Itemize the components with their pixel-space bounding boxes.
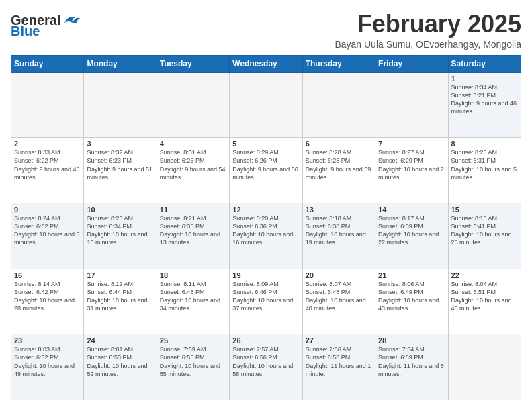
day-info: Sunrise: 8:14 AM Sunset: 6:42 PM Dayligh…	[14, 280, 81, 313]
day-number: 9	[14, 205, 81, 214]
calendar-week-5: 23Sunrise: 8:03 AM Sunset: 6:52 PM Dayli…	[11, 334, 521, 400]
day-number: 17	[87, 271, 153, 279]
calendar-day: 26Sunrise: 7:57 AM Sunset: 6:56 PM Dayli…	[230, 334, 302, 400]
day-number: 7	[378, 140, 445, 148]
logo: General Blue	[11, 13, 81, 38]
calendar-day: 19Sunrise: 8:09 AM Sunset: 6:46 PM Dayli…	[230, 269, 302, 334]
day-info: Sunrise: 8:20 AM Sunset: 6:36 PM Dayligh…	[232, 214, 299, 247]
calendar-week-3: 9Sunrise: 8:24 AM Sunset: 6:32 PM Daylig…	[11, 203, 521, 269]
day-info: Sunrise: 7:54 AM Sunset: 6:59 PM Dayligh…	[378, 345, 445, 378]
day-info: Sunrise: 8:17 AM Sunset: 6:39 PM Dayligh…	[378, 214, 445, 247]
day-info: Sunrise: 8:34 AM Sunset: 6:21 PM Dayligh…	[451, 83, 518, 116]
day-number: 25	[160, 336, 226, 345]
day-number: 1	[451, 75, 518, 83]
calendar-day: 21Sunrise: 8:06 AM Sunset: 6:49 PM Dayli…	[375, 269, 448, 334]
calendar-day	[375, 72, 448, 138]
calendar-day: 10Sunrise: 8:23 AM Sunset: 6:34 PM Dayli…	[84, 203, 157, 269]
day-number: 8	[451, 140, 518, 148]
day-number: 3	[87, 140, 153, 148]
calendar-day: 12Sunrise: 8:20 AM Sunset: 6:36 PM Dayli…	[230, 203, 302, 269]
day-number: 20	[306, 271, 372, 279]
day-info: Sunrise: 7:59 AM Sunset: 6:55 PM Dayligh…	[160, 345, 226, 378]
day-number: 27	[306, 336, 372, 345]
calendar-header-wednesday: Wednesday	[230, 55, 302, 72]
calendar-week-2: 2Sunrise: 8:33 AM Sunset: 6:22 PM Daylig…	[11, 138, 521, 203]
calendar-day: 22Sunrise: 8:04 AM Sunset: 6:51 PM Dayli…	[448, 269, 521, 334]
day-number: 5	[232, 140, 299, 148]
calendar-header-sunday: Sunday	[11, 55, 84, 72]
calendar-day	[448, 334, 521, 400]
day-info: Sunrise: 8:18 AM Sunset: 6:38 PM Dayligh…	[306, 214, 372, 247]
calendar-day	[84, 72, 157, 138]
calendar-day: 24Sunrise: 8:01 AM Sunset: 6:53 PM Dayli…	[84, 334, 157, 400]
calendar-week-1: 1Sunrise: 8:34 AM Sunset: 6:21 PM Daylig…	[11, 72, 521, 138]
calendar-header-row: SundayMondayTuesdayWednesdayThursdayFrid…	[11, 55, 521, 72]
calendar-day: 15Sunrise: 8:15 AM Sunset: 6:41 PM Dayli…	[448, 203, 521, 269]
calendar-day: 25Sunrise: 7:59 AM Sunset: 6:55 PM Dayli…	[157, 334, 229, 400]
calendar-day: 20Sunrise: 8:07 AM Sunset: 6:48 PM Dayli…	[302, 269, 375, 334]
calendar-day: 13Sunrise: 8:18 AM Sunset: 6:38 PM Dayli…	[302, 203, 375, 269]
day-info: Sunrise: 8:06 AM Sunset: 6:49 PM Dayligh…	[378, 280, 445, 313]
day-number: 16	[14, 271, 81, 279]
calendar-header-tuesday: Tuesday	[157, 55, 229, 72]
title-block: February 2025 Bayan Uula Sumu, OEvoerhan…	[335, 11, 521, 50]
day-number: 24	[87, 336, 153, 345]
day-number: 14	[378, 205, 445, 214]
day-info: Sunrise: 8:11 AM Sunset: 6:45 PM Dayligh…	[160, 280, 226, 313]
day-number: 19	[232, 271, 299, 279]
day-info: Sunrise: 7:57 AM Sunset: 6:56 PM Dayligh…	[232, 345, 299, 378]
calendar-day: 27Sunrise: 7:56 AM Sunset: 6:58 PM Dayli…	[302, 334, 375, 400]
day-info: Sunrise: 8:04 AM Sunset: 6:51 PM Dayligh…	[451, 280, 518, 313]
calendar-day: 1Sunrise: 8:34 AM Sunset: 6:21 PM Daylig…	[448, 72, 521, 138]
calendar-header-friday: Friday	[375, 55, 448, 72]
day-info: Sunrise: 8:07 AM Sunset: 6:48 PM Dayligh…	[306, 280, 372, 313]
calendar-header-saturday: Saturday	[448, 55, 521, 72]
day-number: 6	[306, 140, 372, 148]
calendar-day: 16Sunrise: 8:14 AM Sunset: 6:42 PM Dayli…	[11, 269, 84, 334]
header: General Blue February 2025 Bayan Uula Su…	[11, 11, 521, 50]
day-number: 22	[451, 271, 518, 279]
day-info: Sunrise: 8:12 AM Sunset: 6:44 PM Dayligh…	[87, 280, 153, 313]
calendar-week-4: 16Sunrise: 8:14 AM Sunset: 6:42 PM Dayli…	[11, 269, 521, 334]
day-info: Sunrise: 8:25 AM Sunset: 6:31 PM Dayligh…	[451, 148, 518, 181]
day-info: Sunrise: 8:21 AM Sunset: 6:35 PM Dayligh…	[160, 214, 226, 247]
day-info: Sunrise: 8:33 AM Sunset: 6:22 PM Dayligh…	[14, 148, 81, 181]
day-info: Sunrise: 7:56 AM Sunset: 6:58 PM Dayligh…	[306, 345, 372, 378]
calendar-day: 7Sunrise: 8:27 AM Sunset: 6:29 PM Daylig…	[375, 138, 448, 203]
day-info: Sunrise: 8:28 AM Sunset: 6:28 PM Dayligh…	[306, 148, 372, 181]
calendar-day: 18Sunrise: 8:11 AM Sunset: 6:45 PM Dayli…	[157, 269, 229, 334]
day-info: Sunrise: 8:32 AM Sunset: 6:23 PM Dayligh…	[87, 148, 153, 181]
day-number: 26	[232, 336, 299, 345]
calendar-day	[157, 72, 229, 138]
calendar-day: 23Sunrise: 8:03 AM Sunset: 6:52 PM Dayli…	[11, 334, 84, 400]
calendar-header-thursday: Thursday	[302, 55, 375, 72]
calendar-day: 28Sunrise: 7:54 AM Sunset: 6:59 PM Dayli…	[375, 334, 448, 400]
logo-blue-text: Blue	[11, 24, 81, 38]
calendar-day: 14Sunrise: 8:17 AM Sunset: 6:39 PM Dayli…	[375, 203, 448, 269]
day-number: 18	[160, 271, 226, 279]
calendar-day: 3Sunrise: 8:32 AM Sunset: 6:23 PM Daylig…	[84, 138, 157, 203]
calendar-day: 5Sunrise: 8:29 AM Sunset: 6:26 PM Daylig…	[230, 138, 302, 203]
day-info: Sunrise: 8:29 AM Sunset: 6:26 PM Dayligh…	[232, 148, 299, 181]
day-number: 10	[87, 205, 153, 214]
day-number: 23	[14, 336, 81, 345]
calendar-day: 9Sunrise: 8:24 AM Sunset: 6:32 PM Daylig…	[11, 203, 84, 269]
day-info: Sunrise: 8:31 AM Sunset: 6:25 PM Dayligh…	[160, 148, 226, 181]
calendar-table: SundayMondayTuesdayWednesdayThursdayFrid…	[11, 55, 521, 400]
calendar-day: 17Sunrise: 8:12 AM Sunset: 6:44 PM Dayli…	[84, 269, 157, 334]
day-info: Sunrise: 8:01 AM Sunset: 6:53 PM Dayligh…	[87, 345, 153, 378]
calendar-day: 11Sunrise: 8:21 AM Sunset: 6:35 PM Dayli…	[157, 203, 229, 269]
day-info: Sunrise: 8:15 AM Sunset: 6:41 PM Dayligh…	[451, 214, 518, 247]
day-number: 13	[306, 205, 372, 214]
day-info: Sunrise: 8:24 AM Sunset: 6:32 PM Dayligh…	[14, 214, 81, 247]
calendar-day: 4Sunrise: 8:31 AM Sunset: 6:25 PM Daylig…	[157, 138, 229, 203]
calendar-header-monday: Monday	[84, 55, 157, 72]
location-title: Bayan Uula Sumu, OEvoerhangay, Mongolia	[335, 39, 521, 50]
day-number: 2	[14, 140, 81, 148]
page: General Blue February 2025 Bayan Uula Su…	[0, 0, 532, 411]
day-number: 11	[160, 205, 226, 214]
day-info: Sunrise: 8:23 AM Sunset: 6:34 PM Dayligh…	[87, 214, 153, 247]
day-info: Sunrise: 8:03 AM Sunset: 6:52 PM Dayligh…	[14, 345, 81, 378]
calendar-day	[302, 72, 375, 138]
day-info: Sunrise: 8:27 AM Sunset: 6:29 PM Dayligh…	[378, 148, 445, 181]
